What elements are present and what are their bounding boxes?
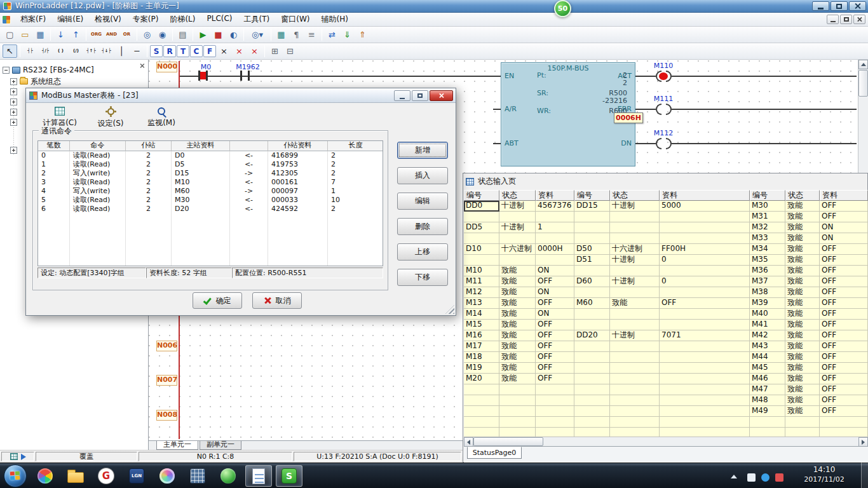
modbus-row[interactable]: 6读取(Read)2D20<-4245922	[38, 205, 383, 214]
status-cell[interactable]: DD0	[464, 201, 499, 212]
status-cell[interactable]	[610, 266, 660, 276]
coil-symbol[interactable]	[656, 104, 661, 115]
status-cell[interactable]: DD5	[464, 222, 499, 233]
status-cell[interactable]	[660, 384, 750, 395]
status-cell[interactable]	[610, 395, 660, 406]
status-cell[interactable]: OFF	[536, 341, 574, 352]
resize-grip[interactable]	[445, 305, 454, 314]
status-cell[interactable]: 致能	[785, 374, 820, 384]
status-cell[interactable]: 致能	[499, 309, 536, 320]
status-cell[interactable]: 0	[660, 276, 750, 287]
status-horizontal-scrollbar[interactable]	[464, 437, 868, 446]
status-cell[interactable]: 致能	[785, 298, 820, 309]
ok-button[interactable]: 确定	[193, 292, 242, 309]
status-cell[interactable]: DD15	[574, 201, 610, 212]
rung-label[interactable]: N008	[156, 410, 177, 421]
status-cell[interactable]: 致能	[785, 320, 820, 330]
status-cell[interactable]: OFF	[820, 201, 868, 212]
status-cell[interactable]: OFF	[820, 330, 868, 341]
status-cell[interactable]: 1	[536, 222, 574, 233]
status-cell[interactable]: OFF	[536, 374, 574, 384]
s-app-icon[interactable]: S	[276, 465, 302, 487]
status-cell[interactable]	[536, 395, 574, 406]
status-cell[interactable]: ON	[536, 287, 574, 298]
status-cell[interactable]: OFF	[536, 352, 574, 363]
vertical-line-icon[interactable]: │	[114, 44, 129, 58]
status-cell[interactable]: OFF	[820, 266, 868, 276]
status-cell[interactable]: OFF	[820, 395, 868, 406]
status-cell[interactable]: 致能	[499, 298, 536, 309]
status-cell[interactable]: 致能	[499, 320, 536, 330]
dialog-close-button[interactable]	[430, 90, 453, 101]
status-row[interactable]: M33致能ON	[464, 233, 868, 244]
status-cell[interactable]: 致能	[785, 233, 820, 244]
status-cell[interactable]	[660, 352, 750, 363]
status-cell[interactable]	[574, 222, 610, 233]
status-cell[interactable]	[574, 374, 610, 384]
import-icon[interactable]: ↓	[53, 28, 68, 41]
status-cell[interactable]: 致能	[785, 352, 820, 363]
status-row[interactable]: M48致能OFF	[464, 395, 868, 406]
modbus-row[interactable]: 5读取(Read)2M30<-00003310	[38, 196, 383, 205]
status-cell[interactable]: 十进制	[610, 201, 660, 212]
status-cell[interactable]	[660, 395, 750, 406]
download-program-icon[interactable]: ⇓	[340, 28, 355, 41]
status-cell[interactable]	[660, 233, 750, 244]
status-cell[interactable]: 十六进制	[610, 244, 660, 255]
add-button[interactable]: 新增	[397, 142, 448, 159]
status-cell[interactable]: ON	[820, 233, 868, 244]
status-row[interactable]: M19致能OFFM45致能OFF	[464, 363, 868, 374]
status-cell[interactable]: OFF	[820, 255, 868, 266]
status-cell[interactable]: 致能	[785, 212, 820, 222]
status-cell[interactable]: 十进制	[610, 330, 660, 341]
status-cell[interactable]: D60	[574, 276, 610, 287]
status-row[interactable]: D10十六进制0000HD50十六进制FF00HM34致能OFF	[464, 244, 868, 255]
status-cell[interactable]	[610, 212, 660, 222]
status-cell[interactable]: OFF	[536, 320, 574, 330]
status-cell[interactable]	[785, 417, 820, 428]
edit-button[interactable]: 编辑	[397, 193, 448, 210]
status-cell[interactable]: 7071	[660, 330, 750, 341]
tree-expand-icon[interactable]	[10, 88, 17, 95]
status-cell[interactable]	[499, 395, 536, 406]
status-cell[interactable]: OFF	[536, 363, 574, 374]
status-cell[interactable]	[574, 212, 610, 222]
maximize-button[interactable]	[831, 1, 848, 11]
status-cell[interactable]: 十六进制	[499, 244, 536, 255]
zoom-dropdown[interactable]: ◎▾	[247, 28, 268, 41]
status-row[interactable]: DD5十进制1M32致能ON	[464, 222, 868, 233]
status-cell[interactable]: M12	[464, 287, 499, 298]
modbus-row[interactable]: 3读取(Read)2M10<-0001617	[38, 178, 383, 187]
delete-row-icon[interactable]: ×	[247, 44, 262, 58]
tree-item-system-config[interactable]: 系统组态	[10, 76, 61, 86]
child-restore-button[interactable]	[840, 15, 852, 24]
status-cell[interactable]: 十进制	[610, 255, 660, 266]
status-cell[interactable]	[610, 417, 660, 428]
select-pointer-icon[interactable]: ↖	[3, 44, 17, 58]
contact-nc-icon[interactable]: ┤/├	[38, 44, 53, 58]
run-plc-icon[interactable]: ▶	[196, 28, 210, 41]
tray-icon-2[interactable]	[761, 473, 770, 482]
status-cell[interactable]	[660, 363, 750, 374]
open-file-icon[interactable]: ▭	[18, 28, 32, 41]
status-cell[interactable]	[574, 395, 610, 406]
show-desktop-button[interactable]	[861, 463, 868, 488]
status-row[interactable]: M18致能OFFM44致能OFF	[464, 352, 868, 363]
modbus-master-dialog[interactable]: ModBus Master表格 - [23] 通讯命令 笔数命令仆站主站资料仆站…	[25, 88, 456, 316]
status-row[interactable]: M14致能ONM40致能OFF	[464, 309, 868, 320]
status-row[interactable]: DD0十进制4567376DD15十进制5000M30致能OFF	[464, 201, 868, 212]
dialog-minimize-button[interactable]	[394, 90, 410, 101]
network-list-icon[interactable]: ≡	[304, 28, 319, 41]
scrollbar-thumb[interactable]	[858, 70, 868, 97]
start-button[interactable]	[4, 464, 27, 487]
status-cell[interactable]: 4567376	[536, 201, 574, 212]
and-instruction-icon[interactable]: AND	[104, 28, 119, 41]
modbus-row[interactable]: 0读取(Read)2D0<-4168992	[38, 151, 383, 160]
org-instruction-icon[interactable]: ORG	[89, 28, 104, 41]
delete-element-icon[interactable]: ×	[217, 44, 231, 58]
status-cell[interactable]: M41	[750, 320, 785, 330]
status-cell[interactable]	[610, 384, 660, 395]
status-cell[interactable]: 致能	[785, 287, 820, 298]
status-cell[interactable]: M37	[750, 276, 785, 287]
ladder-vertical-scrollbar[interactable]	[858, 60, 868, 173]
